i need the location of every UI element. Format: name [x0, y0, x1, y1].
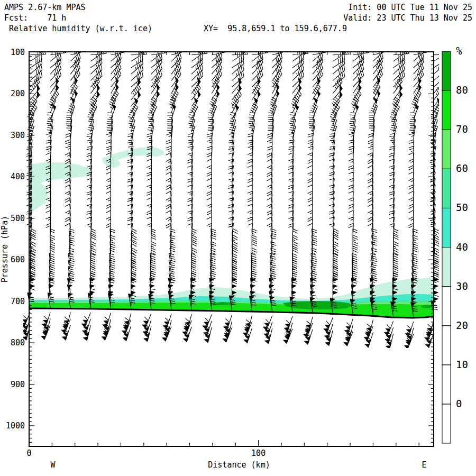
colorbar-segment: [442, 208, 451, 247]
forecast-hour: Fcst: 71 h: [4, 13, 66, 23]
colorbar-segment: [442, 169, 451, 208]
colorbar-tick-label: 60: [456, 162, 468, 174]
colorbar-tick-label: 40: [456, 241, 468, 253]
colorbar-tick-label: 20: [456, 319, 468, 331]
east-end-label: E: [422, 460, 426, 470]
y-axis-title: Pressure (hPa): [0, 216, 10, 282]
distance-tick-label: 100: [251, 448, 266, 458]
cross-section-plot: 01020304050607080 1002003004005006007008…: [0, 0, 476, 476]
pressure-tick-label: 500: [11, 214, 25, 223]
pressure-tick-label: 700: [11, 297, 25, 306]
colorbar-segment: [442, 51, 451, 90]
xy-extent: XY= 95.8,659.1 to 159.6,677.9: [204, 23, 347, 34]
colorbar-segment: [442, 90, 451, 130]
colorbar-tick-label: 0: [456, 398, 462, 409]
pressure-tick-label: 400: [11, 172, 25, 181]
colorbar-segment: [442, 248, 451, 287]
model-title: AMPS 2.67-km MPAS: [4, 2, 86, 13]
colorbar-segment: [442, 326, 451, 365]
valid-time: Valid: 23 UTC Thu 13 Nov 25: [343, 13, 472, 23]
tick-labels: 10020030040050060070080090010000100: [6, 48, 266, 458]
pressure-tick-label: 100: [11, 48, 25, 57]
pressure-tick-label: 300: [11, 131, 25, 140]
pressure-tick-label: 800: [11, 338, 25, 347]
pressure-tick-label: 1000: [6, 421, 25, 431]
wind-barb-column: [84, 48, 106, 341]
colorbar-tick-label: 80: [456, 84, 468, 96]
distance-tick-label: 0: [26, 448, 31, 458]
colorbar-segment: [442, 365, 451, 404]
init-time: Init: 00 UTC Tue 11 Nov 25: [348, 2, 472, 13]
colorbar-tick-label: 70: [456, 123, 468, 135]
pressure-tick-label: 900: [11, 380, 25, 389]
rh-30-40-upper-mid-patch: [102, 147, 164, 168]
wind-barb-column: [104, 47, 126, 340]
colorbar-unit-label: %: [456, 45, 462, 57]
colorbar: 01020304050607080: [442, 51, 468, 443]
x-axis-title: Distance (km): [208, 460, 270, 470]
pressure-tick-label: 200: [11, 89, 25, 98]
pressure-tick-label: 600: [11, 255, 25, 264]
colorbar-segment: [442, 287, 451, 326]
colorbar-segment: [442, 404, 451, 443]
west-end-label: W: [50, 460, 56, 470]
colorbar-segment: [442, 130, 451, 169]
colorbar-tick-label: 10: [456, 359, 468, 370]
field-title: Relative humidity (w.r.t. ice): [4, 23, 152, 34]
rh-30-40-upper-left-patch: [29, 162, 91, 213]
amps-cross-section-screenshot: AMPS 2.67-km MPAS Fcst: 71 h Relative hu…: [0, 0, 476, 476]
colorbar-tick-label: 50: [456, 202, 468, 213]
colorbar-tick-label: 30: [456, 280, 468, 292]
